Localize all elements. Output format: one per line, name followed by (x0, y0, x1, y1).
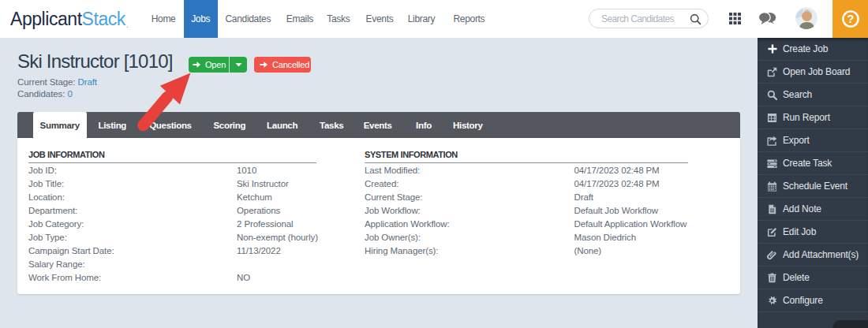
svg-text:?: ? (847, 13, 854, 25)
